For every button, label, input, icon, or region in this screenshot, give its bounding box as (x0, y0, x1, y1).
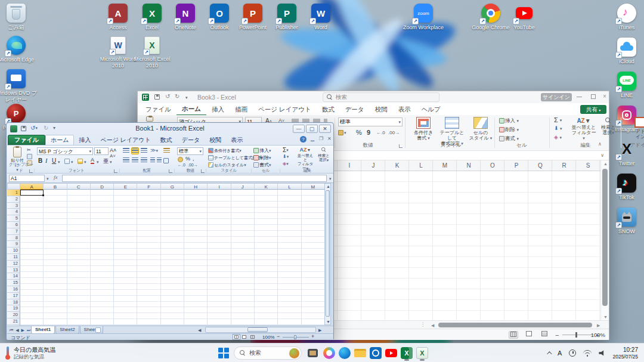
desktop-icon-edge[interactable]: ↗ Microsoft Edge (0, 36, 37, 63)
wifi-icon[interactable] (583, 350, 592, 357)
column-header[interactable]: M (433, 160, 457, 171)
weather-widget[interactable]: 今日の最高気温 記録的な気温 (5, 346, 55, 360)
collapse-ribbon-icon[interactable]: ∧ (598, 141, 602, 147)
start-button[interactable] (218, 348, 229, 358)
zoom-out-button[interactable]: − (277, 333, 280, 339)
font-size-select[interactable]: 11 (94, 147, 109, 155)
select-all-corner[interactable] (7, 183, 20, 190)
wrap-text-icon[interactable] (163, 148, 170, 154)
ribbon-tab[interactable]: ファイル (8, 135, 45, 145)
ribbon-tab[interactable]: ホーム (177, 103, 206, 116)
row-header[interactable]: 12 (7, 261, 20, 267)
zoom-in-button[interactable]: + (311, 333, 314, 339)
delete-cells-button[interactable]: 削除 ▾ (499, 126, 519, 134)
find-select-button[interactable]: 検索と選択▾ (315, 147, 332, 162)
phonetic-guide-icon[interactable]: 亜 (103, 157, 109, 165)
doc-close-icon[interactable]: ✕ (327, 136, 332, 141)
row-header[interactable]: 16 (7, 286, 20, 293)
row-header[interactable]: 21 (7, 318, 20, 325)
ribbon-tab[interactable]: 表示 (393, 104, 416, 115)
sign-in-button[interactable]: サインイン (541, 93, 572, 101)
row-header[interactable]: 14 (7, 273, 20, 280)
percent-format-icon[interactable]: % (185, 156, 190, 162)
formula-bar-expand-icon[interactable]: ∨ (600, 153, 604, 158)
desktop-icon-recycle-bin[interactable]: ごみ箱 (0, 4, 37, 31)
sheet-hscroll-thumb[interactable] (247, 327, 268, 332)
column-header[interactable]: N (457, 160, 481, 171)
desktop-icon-line[interactable]: LINE ↗ LINE (606, 72, 644, 99)
excel2010-vertical-scrollbar[interactable]: ▲ ▼ (324, 183, 331, 325)
row-header[interactable]: 5 (7, 215, 20, 222)
column-header[interactable]: I (208, 183, 231, 190)
paste-icon[interactable] (144, 116, 156, 122)
autosum-button[interactable]: Σ▾ (283, 147, 289, 153)
clear-button[interactable]: ◈ ▾ (554, 134, 562, 140)
ribbon-tab[interactable]: 数式 (156, 135, 177, 145)
grow-font-icon[interactable]: A˄ (110, 147, 116, 153)
decrease-decimal-icon[interactable]: .00→ (388, 130, 400, 135)
copy-icon[interactable] (27, 154, 32, 159)
column-header[interactable]: O (481, 160, 504, 171)
clock-widget[interactable]: 10:27 2025/07/25 (612, 346, 638, 360)
row-header[interactable]: 20 (7, 312, 20, 318)
clipboard-dialog-launcher[interactable] (29, 169, 33, 173)
zoom-slider-thumb[interactable] (294, 335, 296, 339)
youtube-icon[interactable] (385, 347, 397, 359)
insert-function-icon[interactable]: fx (54, 174, 58, 180)
ribbon-tab[interactable]: 数式 (317, 104, 340, 115)
scroll-down-icon[interactable]: ▼ (603, 315, 608, 319)
column-header[interactable]: L (278, 183, 301, 190)
formula-input[interactable] (62, 175, 327, 182)
column-header[interactable]: K (385, 160, 409, 171)
row-header[interactable]: 8 (7, 235, 20, 242)
row-header[interactable]: 10 (7, 247, 20, 254)
tray-overflow-icon[interactable] (547, 351, 552, 356)
task-view-button[interactable] (308, 349, 318, 357)
maximize-button[interactable]: ▢ (306, 125, 318, 133)
desktop-icon-icloud[interactable]: ↗ iCloud (606, 38, 644, 65)
active-cell-a1[interactable] (20, 190, 44, 196)
comma-format-icon[interactable]: , (193, 156, 194, 162)
modern-titlebar[interactable]: ↺ ↻ ▾ Book3 - Excel 検索 サインイン × (138, 91, 609, 103)
column-header[interactable]: A (20, 183, 44, 190)
column-header[interactable]: D (91, 183, 114, 190)
bold-button[interactable]: B (38, 157, 42, 164)
scroll-right-icon[interactable]: ▶ (597, 323, 600, 328)
fill-button[interactable]: ⬇▾ (283, 154, 289, 159)
ribbon-tab[interactable]: ページ レイアウト (95, 135, 155, 145)
page-break-view-button[interactable] (540, 331, 549, 339)
horizontal-scroll-thumb[interactable] (438, 323, 592, 327)
ribbon-tab[interactable]: ホーム (45, 135, 74, 145)
desktop-icon-itunes[interactable]: ♪ ↗ iTunes (606, 4, 644, 31)
sheet-splitter-icon[interactable]: ⋮ (420, 322, 425, 327)
ribbon-tab[interactable]: ページ レイアウト (253, 104, 317, 115)
column-header[interactable]: Q (528, 160, 552, 171)
scroll-up-icon[interactable]: ▲ (603, 162, 608, 166)
ribbon-tab[interactable]: 表示 (226, 135, 247, 145)
ribbon-tab[interactable]: ファイル (140, 104, 177, 115)
increase-indent-icon[interactable] (157, 157, 162, 163)
help-icon[interactable]: ? (300, 136, 306, 143)
outlook-icon[interactable] (370, 347, 382, 359)
column-header[interactable]: I (338, 160, 361, 171)
ime-indicator[interactable]: A (558, 349, 562, 357)
vertical-scroll-thumb[interactable] (602, 169, 608, 306)
zoom-out-button[interactable]: − (555, 332, 559, 339)
minimize-button[interactable]: — (293, 125, 305, 133)
modern-vertical-scrollbar[interactable]: ▲ ▼ (600, 160, 609, 320)
doc-restore-icon[interactable]: ❐ (319, 136, 323, 141)
column-header[interactable]: M (302, 183, 325, 190)
row-header[interactable]: 15 (7, 280, 20, 286)
font-name-select[interactable]: MS P ゴシック▾ (37, 147, 93, 155)
row-header[interactable]: 2 (7, 196, 20, 203)
italic-button[interactable]: I (45, 157, 47, 164)
formula-expand-icon[interactable]: ▾ (329, 177, 332, 181)
fill-button[interactable]: ⬇ ▾ (554, 125, 562, 131)
ribbon-tab[interactable]: 校閲 (205, 135, 226, 145)
autosum-button[interactable]: Σ ▾ (554, 116, 562, 123)
increase-decimal-icon[interactable]: ←.0 (376, 130, 385, 135)
number-dialog-launcher[interactable] (399, 144, 402, 148)
number-dialog-launcher[interactable] (201, 169, 205, 173)
scroll-left-icon[interactable]: ◀ (431, 323, 434, 328)
clear-button[interactable]: ◈▾ (283, 161, 289, 166)
